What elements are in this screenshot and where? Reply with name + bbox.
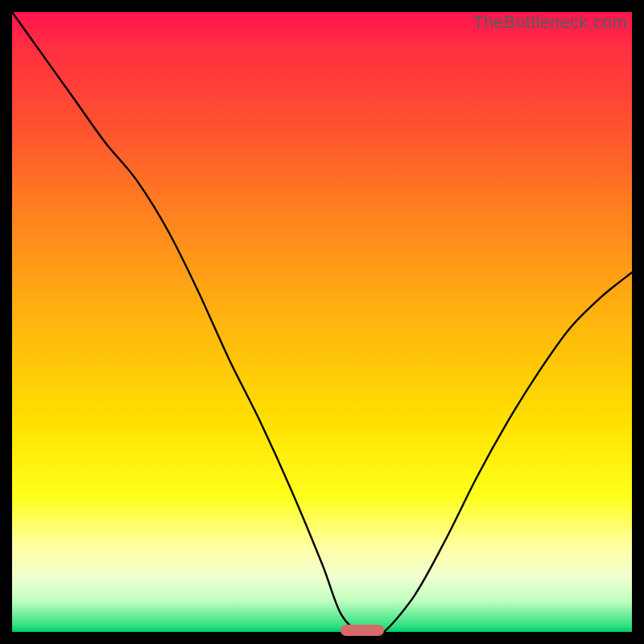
optimum-marker	[341, 625, 384, 636]
plot-area: TheBottleneck.com	[12, 12, 632, 632]
bottleneck-curve	[12, 12, 632, 632]
chart-frame: TheBottleneck.com	[0, 0, 644, 644]
watermark-text: TheBottleneck.com	[473, 12, 627, 33]
curve-path	[12, 12, 632, 632]
